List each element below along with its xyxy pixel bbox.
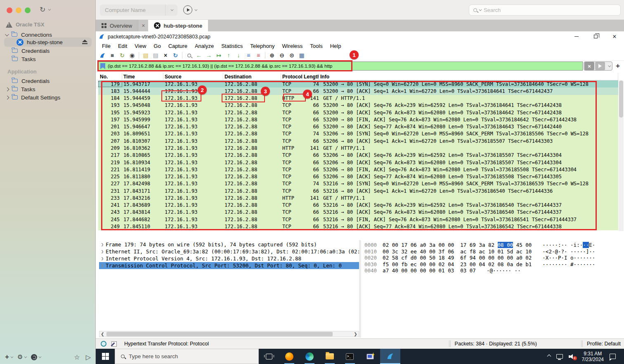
packet-row[interactable]: 23117.843171172.16.1.93172.16.2.88TCP665… [98, 187, 618, 194]
menu-wireless[interactable]: Wireless [278, 43, 306, 49]
restore-button[interactable] [586, 31, 605, 42]
packet-row[interactable]: 17915.943717172.16.1.93172.16.2.88TCP745… [98, 80, 618, 87]
start-capture-icon[interactable] [98, 51, 107, 59]
packet-row[interactable]: 24117.843689172.16.1.93172.16.2.88TCP665… [98, 202, 618, 209]
play-icon[interactable] [183, 5, 192, 14]
profile-menu-button[interactable] [31, 354, 40, 360]
taskbar-search-input[interactable]: Type here to search [115, 349, 259, 364]
zoom-reset-icon[interactable]: ⊙ [287, 51, 296, 59]
minimize-button[interactable] [567, 31, 586, 42]
scrollbar-thumb[interactable] [106, 332, 333, 336]
packet-row[interactable]: 22116.811419172.16.1.93172.16.2.88TCP665… [98, 166, 618, 173]
column-header-length[interactable]: Length [303, 73, 319, 80]
detail-tree-row[interactable]: ❯Frame 179: 74 bytes on wire (592 bits),… [99, 241, 359, 248]
resize-columns-icon[interactable]: ▦ [297, 51, 306, 59]
tab-hub-step-stone[interactable]: hub-step-stone [148, 20, 208, 31]
column-header-no[interactable]: No. [98, 73, 122, 80]
close-window-icon[interactable] [7, 7, 12, 13]
run-play-icon[interactable]: ▷ [86, 353, 91, 361]
add-button[interactable]: + [5, 353, 12, 361]
menu-view[interactable]: View [131, 43, 150, 49]
save-file-icon[interactable]: ▤ [151, 51, 160, 59]
display-filter-input[interactable]: (ip.dst == 172.16.2.88 && ip.src == 172.… [98, 61, 583, 71]
sidebar-item-default-settings[interactable]: Default Settings [0, 93, 96, 102]
expert-info-icon[interactable] [101, 341, 106, 347]
expand-chevron-icon[interactable]: ❯ [99, 249, 106, 254]
packet-row[interactable]: 20316.809651172.16.1.93172.16.2.88TCP745… [98, 130, 618, 137]
menu-go[interactable]: Go [150, 43, 164, 49]
taskbar-app-command-prompt[interactable]: >_ [340, 349, 360, 364]
menu-capture[interactable]: Capture [165, 43, 191, 49]
computer-name-select[interactable]: Computer Name [100, 5, 177, 16]
packet-row[interactable]: 21916.810934172.16.1.93172.16.2.88TCP665… [98, 159, 618, 166]
go-forward-icon[interactable]: → [204, 51, 213, 59]
auto-scroll-icon[interactable]: ≡ [244, 51, 253, 59]
open-file-icon[interactable]: ▤ [141, 51, 150, 59]
bookmark-icon[interactable] [100, 63, 105, 69]
go-to-packet-icon[interactable]: ↦ [214, 51, 223, 59]
menu-file[interactable]: File [98, 43, 114, 49]
column-header-info[interactable]: Info [319, 73, 618, 80]
filter-dropdown-icon[interactable] [605, 65, 612, 67]
packet-row[interactable]: 18315.944444172.16.1.93172.16.2.88TCP665… [98, 87, 618, 95]
taskbar-app-putty[interactable] [360, 349, 380, 364]
packet-row[interactable]: 20716.810307172.16.1.93172.16.2.88TCP665… [98, 137, 618, 144]
taskbar-clock[interactable]: 9:31 AM 7/23/2024 [582, 351, 604, 362]
capture-options-icon[interactable]: ◉ [128, 51, 137, 59]
run-button-group[interactable] [183, 5, 196, 14]
hex-dump-row[interactable]: 002002 58 cf d0 00 50 18 49 6f 94 00 00 … [364, 255, 621, 261]
favorite-star-icon[interactable]: ☆ [74, 353, 80, 361]
sidebar-item-tasks[interactable]: Tasks [0, 55, 96, 63]
menu-analyze[interactable]: Analyze [191, 43, 217, 49]
hex-dump-row[interactable]: 0030f5 00 fb ec 00 00 02 04 23 00 04 02 … [364, 261, 621, 268]
close-button[interactable]: × [605, 31, 624, 42]
volume-muted-icon[interactable]: × [569, 354, 576, 359]
packet-list-scrollbar[interactable] [619, 80, 624, 231]
go-last-icon[interactable]: ↓ [234, 51, 243, 59]
packet-row[interactable]: 23317.843216172.16.1.93172.16.2.88HTTP14… [98, 194, 618, 201]
network-icon[interactable] [556, 354, 563, 359]
hex-dump-row[interactable]: 0040a7 40 00 00 00 00 01 03 03 07·@·····… [364, 267, 621, 274]
packet-row[interactable]: 20115.946647172.16.1.93172.16.2.88TCP665… [98, 123, 618, 130]
close-file-icon[interactable]: × [161, 51, 170, 59]
detail-tree-row[interactable]: ❯Ethernet II, Src: Oracle_69:3a:82 (00:0… [99, 248, 359, 255]
colorize-icon[interactable]: ≡ [254, 51, 263, 59]
packet-row[interactable]: 19515.945923172.16.1.93172.16.2.88TCP665… [98, 109, 618, 116]
go-first-icon[interactable]: ↑ [224, 51, 233, 59]
show-hidden-icons-icon[interactable] [547, 355, 551, 359]
apply-filter-icon[interactable] [595, 62, 605, 70]
column-header-protocol[interactable]: Protocol [281, 73, 303, 80]
scroll-left-icon[interactable]: ❮ [99, 332, 106, 336]
global-search-input[interactable]: Search [469, 5, 621, 16]
clear-filter-icon[interactable]: × [584, 62, 594, 70]
zoom-window-icon[interactable] [25, 7, 31, 13]
annotation-pencil-icon[interactable] [111, 341, 117, 347]
menu-help[interactable]: Help [326, 43, 345, 49]
sidebar-item-app-tasks[interactable]: Tasks [0, 85, 96, 93]
packet-row[interactable]: 24917.845110172.16.1.93172.16.2.88TCP665… [98, 223, 618, 230]
packet-row[interactable]: 24317.843814172.16.1.93172.16.2.88TCP665… [98, 209, 618, 216]
profile-text[interactable]: Profile: Default [587, 341, 621, 347]
stop-capture-icon[interactable]: ■ [108, 51, 117, 59]
sidebar-item-hub-step-stone[interactable]: hub-step-stone [4, 38, 92, 47]
task-view-button[interactable] [259, 349, 279, 364]
packet-row[interactable]: 19315.945048172.16.1.93172.16.2.88TCP665… [98, 102, 618, 109]
packet-row[interactable]: 24517.844682172.16.1.93172.16.2.88TCP665… [98, 216, 618, 223]
column-header-time[interactable]: Time [122, 73, 163, 80]
start-button[interactable] [96, 349, 115, 364]
restart-capture-icon[interactable]: ↻ [118, 51, 127, 59]
taskbar-app-file-explorer[interactable] [319, 349, 340, 364]
detail-tree-row[interactable]: ❯Transmission Control Protocol, Src Port… [99, 262, 359, 269]
scroll-right-icon[interactable]: ❯ [352, 332, 359, 336]
expand-chevron-icon[interactable]: ❯ [99, 242, 106, 247]
minimize-window-icon[interactable] [16, 7, 21, 13]
expand-chevron-icon[interactable]: ❯ [99, 263, 106, 268]
close-tab-icon[interactable]: × [138, 20, 148, 31]
sidebar-item-credentials[interactable]: Credentials [0, 47, 96, 55]
menu-statistics[interactable]: Statistics [217, 43, 246, 49]
detail-tree-row[interactable]: ❯Internet Protocol Version 4, Src: 172.1… [99, 255, 359, 262]
sidebar-item-app-credentials[interactable]: Credentials [0, 77, 96, 85]
details-horizontal-scrollbar[interactable]: ❮ ❯ [99, 331, 359, 337]
zoom-in-icon[interactable]: ⊕ [267, 51, 277, 59]
taskbar-app-firefox[interactable] [279, 349, 299, 364]
